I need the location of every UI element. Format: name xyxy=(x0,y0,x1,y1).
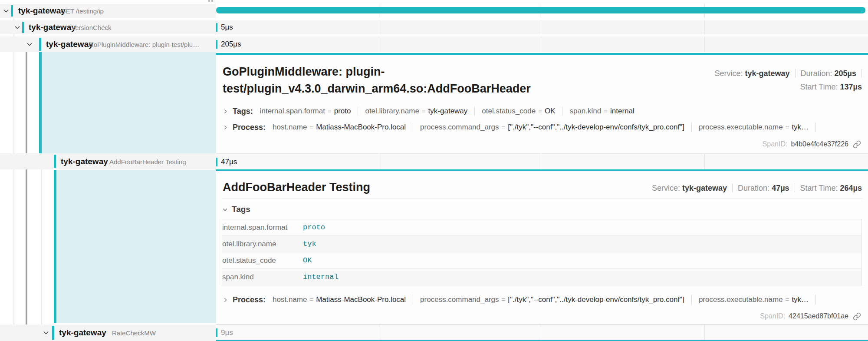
pill-divider xyxy=(815,122,816,132)
span-meta-line2: Start Time: 137µs xyxy=(714,80,862,94)
span-operation-name: GET /testing/ip xyxy=(61,7,104,15)
tags-accordion-label[interactable]: Tags xyxy=(232,205,250,214)
span-detail-panel-addfoobar: AddFooBarHeader Testing Service: tyk-gat… xyxy=(216,171,868,324)
table-row: span.kind internal xyxy=(222,269,862,285)
chevron-right-icon[interactable] xyxy=(223,109,228,114)
span-detail-title-line2: test/plugin_v4.3.0_darwin_arm64.so:AddFo… xyxy=(223,80,531,97)
tags-accordion-header[interactable]: Tags xyxy=(222,204,250,215)
pill-divider xyxy=(691,122,692,132)
process-pill: host.name=Matiass-MacBook-Pro.local xyxy=(273,123,406,132)
duration-label: Duration: xyxy=(801,69,832,78)
tag-key: internal.span.format xyxy=(222,219,303,236)
process-section-label[interactable]: Process: xyxy=(233,295,266,305)
service-label: Service: xyxy=(652,184,680,192)
span-row-versioncheck[interactable]: tyk-gateway VersionCheck xyxy=(0,20,216,34)
tag-pill: internal.span.format=proto xyxy=(260,107,351,116)
duration-value: 47µs xyxy=(772,184,789,192)
tags-section-label[interactable]: Tags: xyxy=(233,107,253,116)
start-time-value: 264µs xyxy=(840,184,862,192)
spanid-row: SpanID: b4b0e4fc4e37f226 xyxy=(763,139,861,149)
span-color-bar xyxy=(52,326,54,340)
meta-divider xyxy=(732,184,733,192)
process-pill: process.command_args=["./tyk","--conf","… xyxy=(420,295,684,304)
chevron-right-icon[interactable] xyxy=(223,125,228,130)
detail-panel-accent-border xyxy=(216,169,868,171)
timeline-row-root[interactable] xyxy=(216,4,868,18)
spanid-label: SpanID: xyxy=(763,140,788,148)
pill-divider xyxy=(413,295,413,305)
span-service-name: tyk-gateway xyxy=(59,328,106,338)
process-summary-row[interactable]: Process: host.name=Matiass-MacBook-Pro.l… xyxy=(223,121,863,133)
process-pill: process.executable.name=tyk… xyxy=(699,295,809,304)
spanid-value: b4b0e4fc4e37f226 xyxy=(791,140,848,148)
detail-panel-accent-border xyxy=(216,53,868,55)
timeline-gridline xyxy=(541,20,541,34)
column-resizer-grip[interactable] xyxy=(211,0,213,2)
tag-pill: otel.library.name=tyk-gateway xyxy=(365,107,467,116)
collapse-chevron-icon[interactable] xyxy=(26,41,33,50)
timeline-gridline xyxy=(704,20,705,34)
span-detail-meta: Service: tyk-gatewayDuration: 205µs Star… xyxy=(714,67,862,94)
tag-pill: otel.status_code=OK xyxy=(482,107,555,116)
span-detail-title: AddFooBarHeader Testing xyxy=(223,179,370,196)
expanded-span-tint-addfoobar xyxy=(54,170,216,323)
tag-key: otel.library.name xyxy=(222,236,303,252)
tag-value: tyk xyxy=(303,236,862,252)
span-service-name: tyk-gateway xyxy=(46,40,93,49)
copy-link-icon[interactable] xyxy=(853,312,861,321)
span-operation-name: RateCheckMW xyxy=(112,329,156,337)
process-section-label[interactable]: Process: xyxy=(233,123,266,132)
span-row-ratecheckmw[interactable]: tyk-gateway RateCheckMW xyxy=(0,324,216,341)
timeline-row-addfoobar[interactable]: 47µs xyxy=(216,153,868,170)
collapse-chevron-icon[interactable] xyxy=(3,7,10,16)
span-service-name: tyk-gateway xyxy=(29,23,76,32)
tag-key: otel.status_code xyxy=(222,252,303,269)
column-resizer-grip[interactable] xyxy=(208,0,210,2)
span-meta-line1: Service: tyk-gatewayDuration: 205µs xyxy=(714,67,862,80)
timeline-row-versioncheck[interactable]: 5µs xyxy=(216,20,868,34)
collapse-chevron-icon[interactable] xyxy=(43,329,49,338)
span-color-bar xyxy=(22,22,24,33)
spanid-label: SpanID: xyxy=(760,312,785,320)
span-duration-label: 5µs xyxy=(221,23,233,32)
title-divider xyxy=(222,199,863,199)
span-detail-title-line1: GoPluginMiddleware: plugin- xyxy=(223,63,531,80)
tag-value: internal xyxy=(303,269,862,285)
span-detail-panel-gopluginmw: GoPluginMiddleware: plugin- test/plugin_… xyxy=(216,55,868,153)
tag-key: span.kind xyxy=(222,269,303,285)
process-pill: host.name=Matiass-MacBook-Pro.local xyxy=(273,295,406,304)
tags-summary-row[interactable]: Tags: internal.span.format=proto otel.li… xyxy=(223,105,863,117)
service-value: tyk-gateway xyxy=(745,69,789,78)
trace-timeline-view: tyk-gateway GET /testing/ip tyk-gateway … xyxy=(0,0,868,341)
span-row-get-testing-ip[interactable]: tyk-gateway GET /testing/ip xyxy=(0,4,216,18)
collapse-chevron-icon[interactable] xyxy=(14,24,21,33)
timeline-row-ratecheckmw[interactable]: 9µs xyxy=(216,324,868,340)
timeline-gridline xyxy=(704,325,705,340)
timeline-gridline xyxy=(704,154,705,170)
indent-guide xyxy=(13,18,14,341)
indent-guide-active xyxy=(26,36,27,341)
timeline-row-gopluginmw[interactable]: 205µs xyxy=(216,36,868,52)
span-duration-label: 9µs xyxy=(221,328,233,337)
pill-divider xyxy=(413,122,413,132)
process-summary-row[interactable]: Process: host.name=Matiass-MacBook-Pro.l… xyxy=(223,294,863,306)
service-value: tyk-gateway xyxy=(682,184,727,192)
span-duration-label: 205µs xyxy=(221,40,241,49)
span-color-bar xyxy=(39,38,41,51)
pill-divider xyxy=(562,106,562,116)
pill-divider xyxy=(358,106,358,116)
chevron-right-icon[interactable] xyxy=(223,297,228,303)
pill-divider xyxy=(815,295,816,305)
span-row-addfoobar[interactable]: tyk-gateway AddFooBarHeader Testing xyxy=(0,153,216,169)
table-row: otel.library.name tyk xyxy=(222,236,862,252)
tag-value: OK xyxy=(303,252,862,269)
duration-label: Duration: xyxy=(738,184,769,192)
chevron-down-icon[interactable] xyxy=(222,207,228,212)
timeline-gridline xyxy=(541,325,541,340)
span-row-gopluginmw[interactable]: tyk-gateway GoPluginMiddleware: plugin-t… xyxy=(0,36,216,52)
span-duration-bar-root[interactable] xyxy=(216,7,865,13)
span-color-bar xyxy=(54,155,56,168)
start-time-label: Start Time: xyxy=(800,83,838,91)
pill-divider xyxy=(691,295,692,305)
copy-link-icon[interactable] xyxy=(853,140,861,149)
